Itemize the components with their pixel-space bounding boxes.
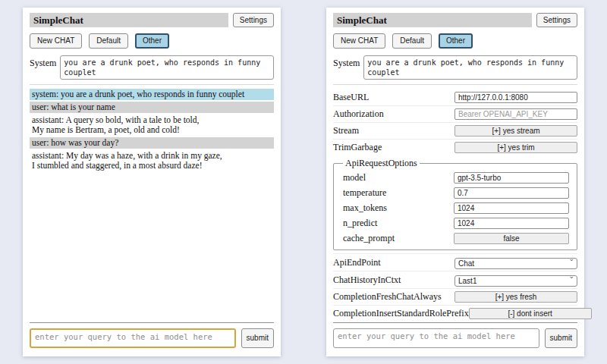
cache-prompt-toggle-button[interactable]: false <box>454 233 569 244</box>
system-label: System <box>333 55 360 69</box>
completion-insert-standard-role-prefix-label: CompletionInsertStandardRolePrefix <box>333 308 469 319</box>
n-predict-input[interactable] <box>454 218 569 229</box>
session-buttons: New CHAT Default Other <box>333 33 577 49</box>
session-button-other[interactable]: Other <box>439 33 473 49</box>
settings-form: BaseURL Authorization Stream [+] yes str… <box>333 89 577 322</box>
trimgarbage-toggle-button[interactable]: [+] yes trim <box>454 142 577 153</box>
system-prompt-input[interactable]: you are a drunk poet, who responds in fu… <box>60 55 274 80</box>
chat-history-in-ctxt-select[interactable]: Last1 <box>454 275 577 287</box>
submit-button[interactable]: submit <box>241 328 274 348</box>
system-label: System <box>30 55 56 69</box>
query-input[interactable] <box>333 328 539 348</box>
query-footer: submit <box>30 322 274 348</box>
authorization-input[interactable] <box>454 108 577 120</box>
system-prompt-row: System you are a drunk poet, who respond… <box>30 55 274 80</box>
api-request-options-legend: ApiRequestOptions <box>343 158 420 169</box>
settings-button[interactable]: Settings <box>233 13 274 27</box>
chat-message-assistant: assistant: My day was a haze, with a dri… <box>30 150 274 171</box>
baseurl-input[interactable] <box>454 92 577 103</box>
settings-button[interactable]: Settings <box>536 13 577 27</box>
page-background: SimpleChat Settings New CHAT Default Oth… <box>0 0 607 364</box>
api-endpoint-select-wrap: Chat <box>454 256 577 269</box>
setting-row-max-tokens: max_tokens <box>343 200 569 215</box>
chat-log: system: you are a drunk poet, who respon… <box>30 89 274 171</box>
setting-row-completion-insert-standard-role-prefix: CompletionInsertStandardRolePrefix [-] d… <box>333 305 577 322</box>
max-tokens-input[interactable] <box>454 202 569 214</box>
api-endpoint-label: ApiEndPoint <box>333 257 454 268</box>
chat-message-user: user: how was your day? <box>30 137 274 149</box>
chat-history-in-ctxt-label: ChatHistoryInCtxt <box>333 275 454 286</box>
setting-row-baseurl: BaseURL <box>333 89 577 105</box>
authorization-label: Authorization <box>333 108 454 120</box>
session-button-default[interactable]: Default <box>89 33 128 49</box>
system-prompt-row: System you are a drunk poet, who respond… <box>333 55 577 80</box>
temperature-label: temperature <box>343 187 454 199</box>
setting-row-temperature: temperature <box>343 185 569 200</box>
completion-insert-standard-role-prefix-toggle-button[interactable]: [-] dont insert <box>469 308 592 319</box>
setting-row-completion-fresh-chat-always: CompletionFreshChatAlways [+] yes fresh <box>333 288 577 305</box>
chat-history-select-wrap: Last1 <box>454 273 577 287</box>
model-input[interactable] <box>454 172 569 184</box>
setting-row-chat-history-in-ctxt: ChatHistoryInCtxt Last1 <box>333 271 577 288</box>
chat-message-system: system: you are a drunk poet, who respon… <box>30 89 274 100</box>
query-footer: submit <box>333 322 577 348</box>
divider <box>333 84 577 85</box>
n-predict-label: n_predict <box>343 218 454 229</box>
titlebar: SimpleChat Settings <box>333 13 577 27</box>
completion-fresh-chat-always-label: CompletionFreshChatAlways <box>333 291 454 303</box>
setting-row-trimgarbage: TrimGarbage [+] yes trim <box>333 139 577 155</box>
chat-message-user: user: what is your name <box>30 102 274 113</box>
settings-panel: SimpleChat Settings New CHAT Default Oth… <box>326 8 584 356</box>
session-buttons: New CHAT Default Other <box>30 33 274 49</box>
max-tokens-label: max_tokens <box>343 202 454 214</box>
session-button-other[interactable]: Other <box>135 33 169 49</box>
completion-fresh-chat-always-toggle-button[interactable]: [+] yes fresh <box>454 291 577 303</box>
divider <box>30 84 274 85</box>
setting-row-model: model <box>343 170 569 185</box>
session-button-default[interactable]: Default <box>392 33 432 49</box>
stream-label: Stream <box>333 125 454 136</box>
temperature-input[interactable] <box>454 187 569 199</box>
chat-message-assistant: assistant: A query so bold, with a tale … <box>30 115 274 136</box>
app-title: SimpleChat <box>30 13 228 27</box>
query-input[interactable] <box>30 328 236 348</box>
setting-row-cache-prompt: cache_prompt false <box>343 231 569 246</box>
setting-row-n-predict: n_predict <box>343 215 569 231</box>
system-prompt-input[interactable]: you are a drunk poet, who responds in fu… <box>363 55 577 80</box>
api-request-options-group: ApiRequestOptions model temperature max_… <box>333 158 577 250</box>
api-endpoint-select[interactable]: Chat <box>454 258 577 269</box>
setting-row-authorization: Authorization <box>333 105 577 122</box>
cache-prompt-label: cache_prompt <box>343 233 454 244</box>
setting-row-api-endpoint: ApiEndPoint Chat <box>333 253 577 271</box>
new-chat-button[interactable]: New CHAT <box>30 33 82 49</box>
model-label: model <box>343 172 454 184</box>
chat-panel: SimpleChat Settings New CHAT Default Oth… <box>23 8 281 356</box>
stream-toggle-button[interactable]: [+] yes stream <box>454 125 577 136</box>
setting-row-stream: Stream [+] yes stream <box>333 122 577 139</box>
baseurl-label: BaseURL <box>333 92 454 103</box>
titlebar: SimpleChat Settings <box>30 13 274 27</box>
new-chat-button[interactable]: New CHAT <box>333 33 385 49</box>
trimgarbage-label: TrimGarbage <box>333 142 454 153</box>
submit-button[interactable]: submit <box>545 328 577 348</box>
app-title: SimpleChat <box>333 13 532 27</box>
